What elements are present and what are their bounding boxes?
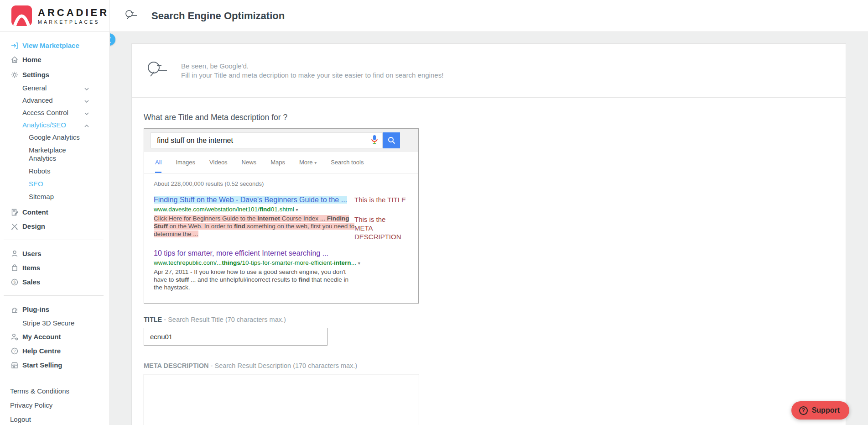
content-edit-icon	[10, 208, 19, 216]
chevron-down-icon	[84, 84, 89, 92]
brand-subname: MARKETPLACES	[38, 19, 109, 25]
brand-wordmark: ARCADIER MARKETPLACES	[38, 7, 109, 25]
storefront-icon	[10, 361, 19, 369]
sidebar-divider	[4, 240, 104, 240]
sidebar-item-google-analytics[interactable]: Google Analytics	[0, 131, 109, 144]
support-button[interactable]: ? Support	[791, 401, 849, 420]
sidebar-item-start-selling[interactable]: Start Selling	[0, 358, 109, 372]
sidebar-item-label: Users	[22, 250, 42, 257]
annotation-title: This is the TITLE	[354, 195, 406, 204]
annotation-meta-description: This is the META DESCRIPTION	[354, 215, 418, 241]
intro-line1: Be seen, be Google'd.	[181, 62, 443, 71]
google-search-example: find stuff on the internet	[144, 128, 419, 304]
search-query-text: find stuff on the internet	[157, 136, 233, 145]
sidebar-item-users[interactable]: Users	[0, 247, 109, 261]
sidebar-item-items[interactable]: Items	[0, 261, 109, 275]
crossed-pencils-icon	[10, 222, 19, 231]
seo-settings-card: Be seen, be Google'd. Fill in your Title…	[131, 43, 846, 425]
sidebar-item-view-marketplace[interactable]: View Marketplace	[0, 38, 109, 52]
brand-logo[interactable]: ARCADIER MARKETPLACES	[0, 0, 109, 31]
sidebar-item-seo[interactable]: SEO	[0, 178, 109, 190]
tab-news: News	[242, 159, 257, 173]
sidebar-item-label: Settings	[22, 71, 49, 79]
result2-title: 10 tips for smarter, more efficient Inte…	[154, 248, 357, 258]
sidebar-item-plugins[interactable]: Plug-ins	[0, 302, 109, 316]
svg-text:$: $	[13, 280, 16, 284]
chevron-down-icon	[84, 96, 89, 105]
sidebar-item-label: View Marketplace	[22, 42, 79, 49]
main-content: ❮ Be seen, be Google'd. Fill in your Tit…	[110, 32, 868, 425]
question-circle-icon: ?	[10, 346, 19, 355]
search-result-2: 10 tips for smarter, more efficient Inte…	[154, 248, 357, 291]
sidebar-link-logout[interactable]: Logout	[0, 412, 109, 425]
sidebar-item-stripe-3d-secure[interactable]: Stripe 3D Secure	[0, 316, 109, 330]
sidebar-link-privacy[interactable]: Privacy Policy	[0, 398, 109, 412]
brand-name: ARCADIER	[38, 7, 109, 18]
sidebar-item-label: Sales	[22, 278, 40, 286]
user-icon	[10, 249, 19, 258]
meta-description-field-label: META DESCRIPTION - Search Result Descrip…	[144, 362, 846, 369]
sidebar-item-sitemap[interactable]: Sitemap	[0, 190, 109, 203]
title-input[interactable]	[144, 328, 327, 346]
sidebar-item-help-centre[interactable]: ? Help Centre	[0, 344, 109, 358]
sidebar-collapse-button[interactable]: ❮	[110, 33, 115, 46]
sidebar-item-label: Design	[22, 222, 45, 230]
home-icon	[10, 55, 19, 64]
arcadier-logo-icon	[11, 5, 32, 26]
gear-icon	[10, 70, 19, 79]
puzzle-icon	[10, 305, 19, 314]
tab-videos: Videos	[209, 159, 228, 173]
top-bar: ARCADIER MARKETPLACES Search Engine Opti…	[0, 0, 868, 32]
title-field-label: TITLE - Search Result Title (70 characte…	[144, 316, 846, 323]
google-search-bar: find stuff on the internet	[144, 129, 418, 152]
sidebar-item-marketplace-analytics[interactable]: Marketplace Analytics	[0, 144, 109, 165]
chevron-up-icon	[84, 121, 89, 129]
caret-down-icon: ▾	[296, 207, 298, 212]
sidebar-item-label: Plug-ins	[22, 305, 49, 313]
support-button-label: Support	[812, 406, 840, 415]
tab-more: More ▾	[299, 159, 317, 173]
intro-line2: Fill in your Title and meta decription t…	[181, 71, 443, 80]
microphone-icon	[371, 135, 378, 147]
sidebar-item-advanced[interactable]: Advanced	[0, 94, 109, 106]
google-tabs: All Images Videos News Maps More ▾ Searc…	[144, 152, 418, 173]
sidebar-nav: View Marketplace Home Settings General A…	[0, 32, 109, 425]
sidebar-item-label: Items	[22, 264, 40, 272]
exit-arrow-icon	[10, 41, 19, 50]
sidebar-item-label: Content	[22, 208, 48, 216]
seo-search-icon-large	[146, 60, 170, 82]
google-search-button	[383, 132, 400, 148]
result2-description: Apr 27, 2011 - If you know how to use a …	[154, 268, 357, 291]
result1-description: Click Here for Beginners Guide to the In…	[154, 215, 354, 237]
intro-banner: Be seen, be Google'd. Fill in your Title…	[132, 44, 846, 98]
sidebar-item-access-control[interactable]: Access Control	[0, 106, 109, 119]
seo-search-icon	[125, 9, 139, 23]
sidebar-item-settings[interactable]: Settings	[0, 68, 109, 82]
search-result-1: Finding Stuff on the Web - Dave's Beginn…	[154, 195, 357, 238]
page-title: Search Engine Optimization	[151, 10, 285, 22]
sidebar-item-label: Home	[22, 56, 42, 63]
tab-all: All	[155, 159, 161, 173]
svg-text:?: ?	[13, 349, 16, 353]
caret-down-icon: ▾	[314, 160, 317, 165]
result1-url: www.davesite.com/webstation/inet101/find…	[154, 206, 294, 213]
sidebar-item-analytics-seo[interactable]: Analytics/SEO	[0, 119, 109, 131]
meta-description-textarea[interactable]	[144, 374, 419, 425]
sidebar-item-sales[interactable]: $ Sales	[0, 275, 109, 289]
sidebar-divider	[4, 295, 104, 296]
sidebar-item-design[interactable]: Design	[0, 219, 109, 233]
sidebar-item-robots[interactable]: Robots	[0, 165, 109, 178]
sidebar-item-home[interactable]: Home	[0, 52, 109, 67]
sidebar-item-label: Help Centre	[22, 347, 61, 355]
section-heading: What are Title and Meta description for …	[144, 113, 846, 122]
sidebar-item-content[interactable]: Content	[0, 205, 109, 219]
tab-maps: Maps	[270, 159, 285, 173]
result1-title: Finding Stuff on the Web - Dave's Beginn…	[154, 196, 347, 204]
bag-icon	[10, 263, 19, 272]
tab-search-tools: Search tools	[331, 159, 364, 173]
sidebar-link-terms[interactable]: Terms & Conditions	[0, 384, 109, 398]
question-circle-icon: ?	[799, 406, 808, 415]
sidebar-item-general[interactable]: General	[0, 82, 109, 94]
user-gear-icon	[10, 332, 19, 341]
sidebar-item-my-account[interactable]: My Account	[0, 330, 109, 344]
